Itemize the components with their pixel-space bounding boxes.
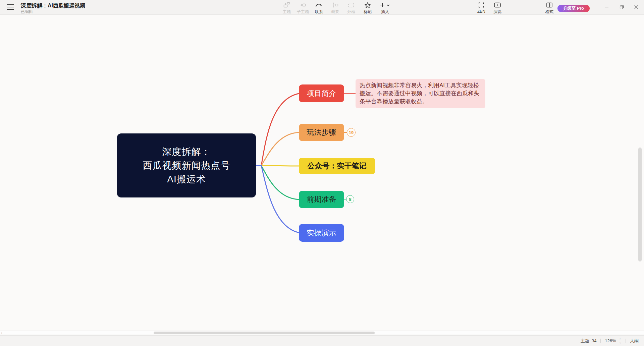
horizontal-scrollbar-thumb[interactable] <box>154 332 375 334</box>
subtopic-icon <box>294 2 311 8</box>
collapsed-count-badge-8[interactable]: 8 <box>346 195 354 203</box>
branch-gameplay-steps[interactable]: 玩法步骤 <box>299 124 344 141</box>
collapsed-count-badge-19[interactable]: 19 <box>347 128 356 137</box>
toolbar-marker-label: 标记 <box>359 9 376 15</box>
format-panel-label: 格式 <box>541 9 558 15</box>
branch-demo[interactable]: 实操演示 <box>299 224 344 242</box>
marker-star-icon <box>359 2 376 8</box>
topic-count: 主题: 34 <box>581 338 597 344</box>
project-intro-note[interactable]: 热点新闻视频非常容易火，利用AI工具实现轻松搬运。不需要通过中视频，可以直接在西… <box>356 79 485 108</box>
toolbar-summary-label: 概要 <box>327 9 343 15</box>
branch-project-intro[interactable]: 项目简介 <box>299 84 344 102</box>
close-button[interactable] <box>631 3 641 11</box>
toolbar-summary-button[interactable]: 概要 <box>327 2 343 15</box>
toolbar-subtopic-label: 子主题 <box>294 9 311 15</box>
title-bar: 深度拆解：AI西瓜搬运视频 已编辑 主题 子主题 联系 概要 外框 <box>0 0 644 15</box>
toolbar-insert-button[interactable]: 插入 <box>375 2 395 15</box>
toolbar-topic-button[interactable]: 主题 <box>278 2 295 15</box>
toolbar-boundary-button[interactable]: 外框 <box>343 2 360 15</box>
present-button[interactable]: 演说 <box>489 2 506 15</box>
toolbar-relationship-button[interactable]: 联系 <box>311 2 327 15</box>
boundary-icon <box>343 2 360 8</box>
toolbar-boundary-label: 外框 <box>343 9 360 15</box>
branch-wechat-account[interactable]: 公众号：实干笔记 <box>299 158 375 174</box>
present-label: 演说 <box>489 9 506 15</box>
summary-icon <box>327 2 343 8</box>
zen-mode-icon <box>473 2 490 8</box>
edit-status: 已编辑 <box>21 9 33 15</box>
present-play-icon <box>489 2 506 8</box>
hamburger-menu-icon[interactable] <box>7 4 14 10</box>
statusbar-divider <box>600 339 601 343</box>
zoom-level[interactable]: 126% <box>605 338 616 343</box>
zen-mode-label: ZEN <box>473 9 490 14</box>
toolbar-subtopic-button[interactable]: 子主题 <box>294 2 311 15</box>
statusbar-divider <box>626 339 626 343</box>
document-title: 深度拆解：AI西瓜搬运视频 <box>21 2 85 9</box>
status-bar: 主题: 34 126% ⌃⌃ 大纲 <box>0 335 644 346</box>
relationship-icon <box>311 2 327 8</box>
upgrade-pro-button[interactable]: 升级至 Pro <box>557 5 590 12</box>
maximize-restore-button[interactable] <box>616 3 627 11</box>
central-topic-line2: 西瓜视频新闻热点号 <box>143 159 230 172</box>
toolbar-insert-label: 插入 <box>375 9 395 15</box>
horizontal-scrollbar-track[interactable]: ‹ <box>0 331 644 335</box>
zoom-stepper-icon[interactable]: ⌃⌃ <box>619 339 622 343</box>
insert-plus-icon <box>375 2 395 8</box>
scroll-left-arrow-icon[interactable]: ‹ <box>1 331 2 335</box>
topic-icon <box>278 2 295 8</box>
vertical-scrollbar-thumb[interactable] <box>638 148 642 262</box>
toolbar-relationship-label: 联系 <box>311 9 327 15</box>
outline-toggle[interactable]: 大纲 <box>630 338 639 344</box>
central-topic[interactable]: 深度拆解： 西瓜视频新闻热点号 AI搬运术 <box>117 133 256 197</box>
format-panel-button[interactable]: 格式 <box>541 2 558 15</box>
minimize-button[interactable] <box>602 3 612 11</box>
toolbar-marker-button[interactable]: 标记 <box>359 2 376 15</box>
format-panel-icon <box>541 2 558 8</box>
zen-mode-button[interactable]: ZEN <box>473 2 490 14</box>
toolbar-topic-label: 主题 <box>278 9 295 15</box>
branch-preparation[interactable]: 前期准备 <box>299 191 344 208</box>
central-topic-line1: 深度拆解： <box>162 145 211 159</box>
central-topic-line3: AI搬运术 <box>167 172 206 186</box>
